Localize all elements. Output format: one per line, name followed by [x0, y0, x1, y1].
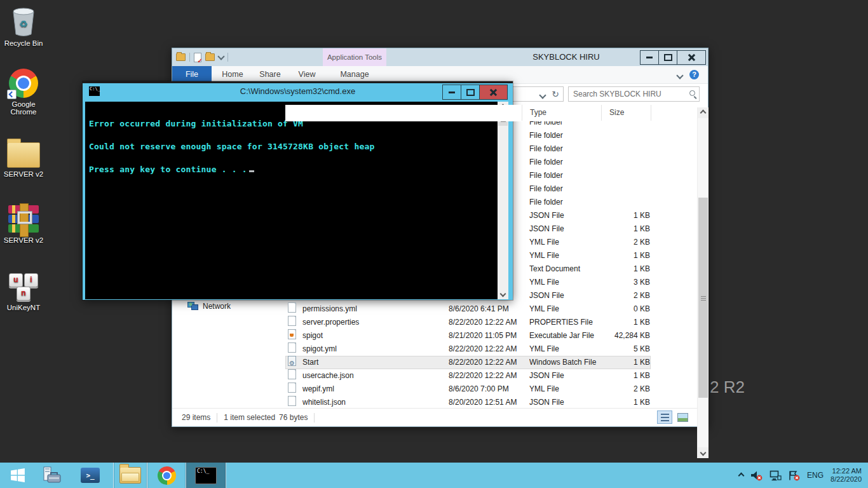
text-cursor [249, 170, 254, 172]
network-icon [187, 302, 198, 311]
table-row[interactable]: permissions.yml 8/6/2020 6:41 PM YML Fil… [285, 302, 651, 316]
desktop-icon-server-v2-archive[interactable]: SERVER v2 [0, 202, 47, 244]
tab-view[interactable]: View [292, 66, 322, 83]
volume-muted-icon[interactable] [750, 470, 763, 481]
minimize-button[interactable] [442, 85, 461, 100]
table-row[interactable]: File folder [285, 129, 651, 142]
close-button[interactable] [677, 50, 706, 65]
table-row[interactable]: File folder [285, 182, 651, 196]
table-row[interactable]: usercache.json 8/22/2020 12:22 AM JSON F… [285, 369, 651, 383]
file-date-cell: 8/6/2020 6:41 PM [449, 302, 529, 316]
tab-share[interactable]: Share [254, 66, 287, 83]
desktop-icon-recycle-bin[interactable]: ♻ Recycle Bin [0, 5, 47, 47]
clock[interactable]: 12:22 AM 8/22/2020 [831, 467, 862, 484]
file-type-cell: YML File [529, 249, 599, 262]
table-row[interactable]: Start 8/22/2020 12:22 AM Windows Batch F… [285, 356, 651, 369]
explorer-titlebar[interactable]: Application Tools SKYBLOCK HIRU [172, 48, 708, 66]
details-view-button[interactable] [657, 410, 672, 424]
maximize-button[interactable] [658, 50, 677, 65]
maximize-button[interactable] [461, 85, 480, 100]
taskbar-powershell-button[interactable]: >_ [75, 463, 105, 488]
file-date-cell: 8/6/2020 7:00 PM [449, 383, 529, 396]
file-size-cell: 0 KB [600, 302, 650, 316]
column-headers: Type Size [285, 105, 702, 121]
minimize-ribbon-icon[interactable] [676, 72, 683, 79]
cmd-titlebar[interactable]: C:\_ C:\Windows\system32\cmd.exe [83, 83, 513, 100]
file-name-cell: wepif.yml [302, 383, 445, 396]
table-row[interactable]: YML File 3 KB [285, 276, 651, 289]
table-row[interactable]: File folder [285, 196, 651, 209]
table-row[interactable]: File folder [285, 142, 651, 156]
start-button[interactable] [0, 463, 35, 488]
table-row[interactable]: Text Document 1 KB [285, 262, 651, 276]
refresh-icon[interactable]: ↻ [552, 89, 559, 99]
search-input[interactable] [568, 86, 700, 102]
file-type-cell: Executable Jar File [529, 329, 599, 342]
taskbar-server-manager-button[interactable] [37, 463, 67, 488]
file-name-cell: Start [302, 356, 445, 369]
file-icon [288, 369, 296, 379]
quick-access-toolbar [176, 51, 228, 63]
thumbnails-view-button[interactable] [675, 410, 690, 424]
file-size-cell: 1 KB [600, 222, 650, 236]
file-list-scrollbar[interactable] [697, 107, 709, 458]
tab-home[interactable]: Home [217, 66, 248, 83]
search-icon [689, 90, 695, 96]
file-name-cell: usercache.json [302, 369, 445, 383]
new-folder-icon[interactable] [205, 53, 215, 61]
file-type-cell: File folder [529, 142, 599, 156]
language-indicator[interactable]: ENG [807, 471, 824, 480]
contextual-tab-application-tools[interactable]: Application Tools [323, 48, 386, 66]
qat-customize-icon[interactable] [217, 53, 224, 60]
action-center-flag-icon[interactable] [789, 470, 800, 481]
sidebar-item-network[interactable]: Network [187, 300, 231, 313]
file-icon [288, 356, 296, 366]
scroll-down-icon[interactable] [698, 447, 709, 458]
tab-manage[interactable]: Manage [323, 66, 386, 83]
table-row[interactable]: File folder [285, 156, 651, 169]
address-dropdown-icon[interactable] [539, 92, 546, 98]
desktop-icon-server-v2-folder[interactable]: SERVER v2 [0, 136, 47, 178]
list-view-icon [661, 414, 669, 421]
table-row[interactable]: spigot 8/21/2020 11:05 PM Executable Jar… [285, 329, 651, 342]
desktop-icon-unikeynt[interactable]: u i n UniKeyNT [0, 269, 47, 311]
desktop-icon-google-chrome[interactable]: Google Chrome [0, 66, 47, 116]
file-icon [288, 302, 296, 313]
folder-icon[interactable] [176, 53, 186, 61]
file-explorer-icon [119, 467, 141, 484]
column-header-type[interactable]: Type [522, 105, 602, 121]
file-icon [288, 182, 296, 193]
file-size-cell: 1 KB [600, 249, 650, 262]
table-row[interactable]: JSON File 1 KB [285, 209, 651, 222]
table-row[interactable]: spigot.yml 8/22/2020 12:22 AM YML File 5… [285, 342, 651, 356]
table-row[interactable]: JSON File 2 KB [285, 289, 651, 302]
table-row[interactable]: wepif.yml 8/6/2020 7:00 PM YML File 2 KB [285, 383, 651, 396]
file-date-cell: 8/22/2020 12:22 AM [449, 356, 529, 369]
os-watermark: 2 R2 [710, 377, 745, 397]
table-row[interactable]: File folder [285, 169, 651, 182]
file-type-cell: JSON File [529, 222, 599, 236]
taskbar-explorer-button[interactable] [113, 463, 147, 488]
scrollbar-thumb[interactable] [698, 198, 708, 398]
table-row[interactable]: YML File 2 KB [285, 236, 651, 249]
taskbar-cmd-button[interactable]: C:\_ [186, 463, 226, 488]
close-button[interactable] [479, 85, 508, 100]
minimize-button[interactable] [640, 50, 659, 65]
properties-checked-icon[interactable] [194, 53, 201, 62]
file-size-cell: 1 KB [600, 356, 650, 369]
desktop-icon-label: UniKeyNT [0, 304, 47, 311]
table-row[interactable]: YML File 1 KB [285, 249, 651, 262]
table-row[interactable]: server.properties 8/22/2020 12:22 AM PRO… [285, 316, 651, 329]
show-hidden-icons-icon[interactable] [738, 472, 745, 478]
column-header-size[interactable]: Size [602, 105, 651, 121]
tab-file[interactable]: File [172, 66, 212, 83]
file-size-cell: 2 KB [600, 383, 650, 396]
file-icon [288, 342, 296, 353]
selection-count: 1 item selected [224, 413, 275, 422]
taskbar-chrome-button[interactable] [147, 463, 186, 488]
table-row[interactable]: whitelist.json 8/20/2020 12:51 AM JSON F… [285, 396, 651, 409]
network-icon[interactable] [770, 470, 782, 481]
scroll-up-icon[interactable] [698, 107, 709, 118]
help-icon[interactable] [689, 70, 699, 79]
table-row[interactable]: JSON File 1 KB [285, 222, 651, 236]
